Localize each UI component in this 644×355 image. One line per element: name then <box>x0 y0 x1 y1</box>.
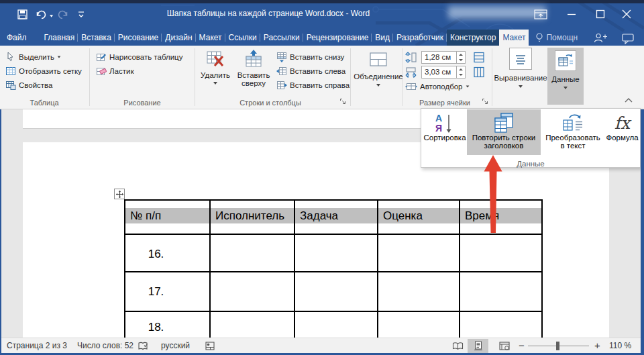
minimize-button[interactable] <box>566 8 578 20</box>
share-person-icon[interactable] <box>594 33 608 44</box>
group-label-draw: Рисование <box>123 99 160 107</box>
column-width-input[interactable]: 3,03 см <box>421 66 466 79</box>
repeat-header-rows-button[interactable]: Повторить строки заголовков <box>467 109 541 155</box>
group-label-rows-columns: Строки и столбцы <box>239 99 301 107</box>
collapse-ribbon-icon[interactable] <box>624 97 633 103</box>
table-row[interactable]: 17. <box>125 272 542 311</box>
tab-review[interactable]: Рецензирование <box>303 30 372 46</box>
insert-below-button[interactable]: Вставить снизу <box>276 51 344 63</box>
alignment-icon <box>514 52 527 66</box>
tab-table-design[interactable]: Конструктор <box>447 30 499 46</box>
insert-left-icon <box>276 66 287 77</box>
dialog-launcher-icon[interactable] <box>482 98 489 105</box>
merge-button[interactable]: Объединение <box>354 49 402 87</box>
repeat-header-rows-icon <box>492 112 515 134</box>
print-layout-icon <box>474 341 483 351</box>
draw-table-icon <box>96 52 107 62</box>
print-layout-button-active[interactable] <box>468 339 488 353</box>
table-properties-icon <box>5 80 16 91</box>
word-count[interactable]: Число слов: 52 <box>77 341 133 350</box>
language-indicator[interactable]: русский <box>161 341 190 350</box>
autofit-button[interactable]: Автоподбор <box>405 81 470 93</box>
zoom-slider-thumb[interactable] <box>556 342 559 350</box>
tab-draw[interactable]: Рисование <box>115 30 162 46</box>
autofit-icon <box>405 81 417 92</box>
dropdown-group-label: Данные <box>421 160 640 168</box>
account-name-blurred <box>448 6 546 19</box>
tab-references[interactable]: Ссылки <box>225 30 260 46</box>
red-arrow-annotation <box>480 151 506 238</box>
group-label-table: Таблица <box>30 99 58 107</box>
draw-table-button[interactable]: Нарисовать таблицу <box>96 51 182 63</box>
tab-home[interactable]: Главная <box>41 30 78 46</box>
read-mode-button[interactable] <box>448 339 467 353</box>
insert-left-button[interactable]: Вставить слева <box>276 65 345 77</box>
distribute-columns-icon[interactable] <box>473 66 485 78</box>
distribute-rows-icon[interactable] <box>473 52 485 63</box>
header-cell[interactable]: № п/п <box>125 200 210 234</box>
page-indicator[interactable]: Страница 2 из 3 <box>7 341 67 350</box>
tab-design[interactable]: Дизайн <box>162 30 195 46</box>
header-cell[interactable]: Оценка <box>378 200 460 234</box>
maximize-button[interactable] <box>594 8 606 20</box>
zoom-out-button[interactable]: − <box>519 340 525 351</box>
insert-right-button[interactable]: Вставить справа <box>276 79 350 91</box>
formula-button[interactable]: fx Формула <box>604 109 640 155</box>
tab-table-layout-selected[interactable]: Макет <box>499 30 529 46</box>
tab-insert[interactable]: Вставка <box>78 30 115 46</box>
data-icon-frame <box>555 50 576 71</box>
data-dropdown-panel: АЯ Сортировка Повторить строки заголовко… <box>421 108 641 168</box>
column-width-spinner[interactable] <box>456 66 465 78</box>
convert-to-text-icon <box>561 112 584 134</box>
tab-file[interactable]: Файл <box>3 30 30 46</box>
alignment-button[interactable]: Выравнивание <box>495 48 546 88</box>
table-move-handle[interactable] <box>114 189 125 199</box>
gridlines-icon <box>5 66 16 77</box>
eraser-button[interactable]: Ластик <box>96 65 133 77</box>
tab-developer[interactable]: Разработчик <box>393 30 447 46</box>
group-label-cell-size: Размер ячейки <box>419 99 470 107</box>
header-cell[interactable]: Задача <box>294 200 378 234</box>
ribbon-display-options-button[interactable] <box>534 9 548 20</box>
tab-mailings[interactable]: Рассылки <box>260 30 303 46</box>
view-gridlines-button[interactable]: Отобразить сетку <box>5 65 82 77</box>
macro-recording-icon[interactable] <box>205 342 215 350</box>
delete-button[interactable]: Удалить <box>199 49 232 85</box>
tab-help[interactable]: Помощн <box>531 30 582 46</box>
tab-layout[interactable]: Макет <box>196 30 225 46</box>
tab-view[interactable]: Вид <box>372 30 393 46</box>
close-button[interactable] <box>621 8 633 20</box>
lightbulb-icon <box>535 33 543 43</box>
header-cell[interactable]: Исполнитель <box>210 200 294 234</box>
insert-below-icon <box>276 52 287 62</box>
ribbon-content: Выделить Отобразить сетку Свойства Табли… <box>0 46 644 109</box>
row-height-input[interactable]: 1,28 см <box>421 51 466 64</box>
web-layout-button[interactable] <box>494 339 514 353</box>
sort-button[interactable]: АЯ Сортировка <box>423 109 467 155</box>
zoom-level[interactable]: 110 % <box>609 341 631 350</box>
insert-right-icon <box>276 80 287 91</box>
move-arrows-icon <box>116 191 123 198</box>
merge-cells-icon <box>368 49 389 70</box>
table-row[interactable]: 16. <box>125 234 542 272</box>
row-height-spinner[interactable] <box>456 52 465 63</box>
select-button[interactable]: Выделить <box>5 51 61 63</box>
group-separator <box>492 48 492 106</box>
window-border-left <box>0 109 1 355</box>
dialog-launcher-icon[interactable] <box>339 98 347 105</box>
comments-icon[interactable] <box>622 34 635 44</box>
svg-text:Я: Я <box>435 123 442 134</box>
row-height-icon[interactable] <box>405 52 417 63</box>
table-data-icon <box>557 53 574 69</box>
zoom-in-button[interactable]: + <box>594 340 600 351</box>
sort-icon: АЯ <box>435 112 455 134</box>
insert-above-button[interactable]: Вставить сверху <box>235 49 272 87</box>
ribbon-tabs: Файл Главная Вставка Рисование Дизайн Ма… <box>0 30 644 46</box>
alignment-icon-frame <box>509 48 532 70</box>
table-properties-button[interactable]: Свойства <box>5 79 53 91</box>
window-border-right <box>641 109 644 355</box>
column-width-icon[interactable] <box>405 66 417 78</box>
proofing-icon[interactable] <box>138 342 149 351</box>
convert-to-text-button[interactable]: Преобразовать в текст <box>541 109 604 155</box>
data-button-expanded[interactable]: Данные <box>547 48 584 105</box>
